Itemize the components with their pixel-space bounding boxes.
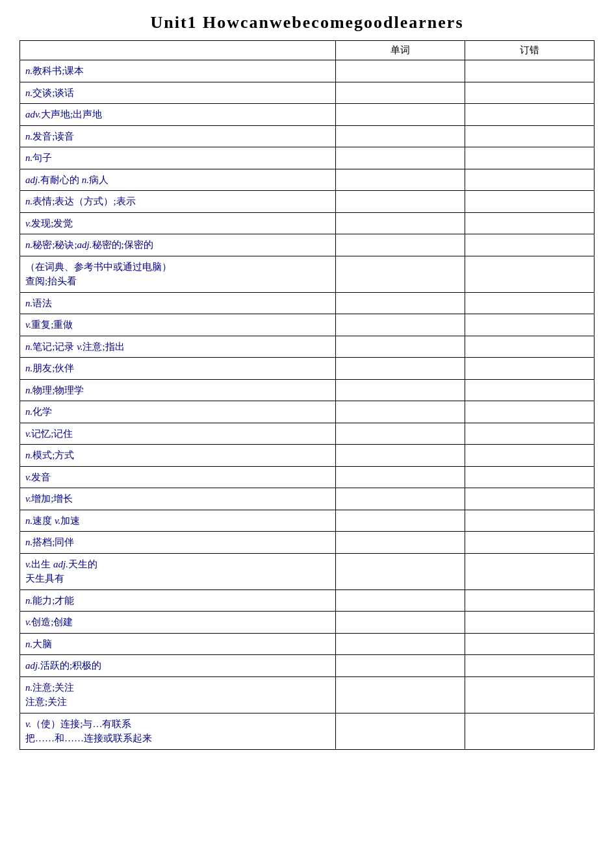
word-cell <box>336 553 465 589</box>
definition-cell: n.能力;才能 <box>20 589 336 612</box>
table-row: n.注意;关注注意;关注 <box>20 676 595 713</box>
error-cell <box>465 379 595 401</box>
definition-cell: v.出生 adj.天生的天生具有 <box>20 553 336 589</box>
definition-cell: （在词典、参考书中或通过电脑）查阅;抬头看 <box>20 256 336 292</box>
table-row: n.教科书;课本 <box>20 60 595 82</box>
error-cell <box>465 633 595 655</box>
word-cell <box>336 655 465 677</box>
table-row: n.交谈;谈话 <box>20 82 595 104</box>
definition-cell: v.记忆;记住 <box>20 423 336 445</box>
word-cell <box>336 488 465 510</box>
word-cell <box>336 532 465 554</box>
definition-cell: n.交谈;谈话 <box>20 82 336 104</box>
error-cell <box>465 713 595 749</box>
table-row: n.表情;表达（方式）;表示 <box>20 191 595 213</box>
table-row: n.语法 <box>20 292 595 314</box>
table-row: n.朋友;伙伴 <box>20 358 595 380</box>
error-cell <box>465 212 595 234</box>
error-cell <box>465 191 595 213</box>
definition-cell: n.语法 <box>20 292 336 314</box>
definition-cell: v.发音 <box>20 466 336 488</box>
error-cell <box>465 256 595 292</box>
word-cell <box>336 292 465 314</box>
word-cell <box>336 104 465 126</box>
error-cell <box>465 292 595 314</box>
definition-cell: n.朋友;伙伴 <box>20 358 336 380</box>
definition-cell: v.创造;创建 <box>20 612 336 634</box>
table-row: v.发现;发觉 <box>20 212 595 234</box>
word-cell <box>336 466 465 488</box>
definition-cell: n.秘密;秘诀;adj.秘密的;保密的 <box>20 234 336 256</box>
table-row: n.大脑 <box>20 633 595 655</box>
definition-cell: n.注意;关注注意;关注 <box>20 676 336 713</box>
definition-cell: adj.活跃的;积极的 <box>20 655 336 677</box>
definition-cell: v.增加;增长 <box>20 488 336 510</box>
word-cell <box>336 445 465 467</box>
table-row: v.增加;增长 <box>20 488 595 510</box>
error-cell <box>465 676 595 713</box>
col-error-header: 订错 <box>465 41 595 60</box>
col-definition-header <box>20 41 336 60</box>
word-cell <box>336 212 465 234</box>
error-cell <box>465 401 595 423</box>
word-cell <box>336 379 465 401</box>
table-row: n.秘密;秘诀;adj.秘密的;保密的 <box>20 234 595 256</box>
error-cell <box>465 169 595 191</box>
word-cell <box>336 612 465 634</box>
word-cell <box>336 314 465 336</box>
error-cell <box>465 423 595 445</box>
definition-cell: n.搭档;同伴 <box>20 532 336 554</box>
error-cell <box>465 336 595 358</box>
table-row: v.记忆;记住 <box>20 423 595 445</box>
error-cell <box>465 125 595 147</box>
error-cell <box>465 655 595 677</box>
definition-cell: n.笔记;记录 v.注意;指出 <box>20 336 336 358</box>
table-row: （在词典、参考书中或通过电脑）查阅;抬头看 <box>20 256 595 292</box>
error-cell <box>465 553 595 589</box>
page-title: Unit1 Howcanwebecomegoodlearners <box>19 13 595 32</box>
table-row: v.发音 <box>20 466 595 488</box>
vocabulary-table: 单词 订错 n.教科书;课本n.交谈;谈话adv.大声地;出声地n.发音;读音n… <box>19 40 595 750</box>
table-row: adv.大声地;出声地 <box>20 104 595 126</box>
word-cell <box>336 423 465 445</box>
table-row: adj.有耐心的 n.病人 <box>20 169 595 191</box>
definition-cell: adv.大声地;出声地 <box>20 104 336 126</box>
table-row: v.重复;重做 <box>20 314 595 336</box>
definition-cell: adj.有耐心的 n.病人 <box>20 169 336 191</box>
error-cell <box>465 314 595 336</box>
word-cell <box>336 676 465 713</box>
error-cell <box>465 234 595 256</box>
definition-cell: n.发音;读音 <box>20 125 336 147</box>
table-row: v.出生 adj.天生的天生具有 <box>20 553 595 589</box>
word-cell <box>336 125 465 147</box>
definition-cell: n.化学 <box>20 401 336 423</box>
word-cell <box>336 169 465 191</box>
table-row: n.能力;才能 <box>20 589 595 612</box>
error-cell <box>465 510 595 532</box>
table-row: n.笔记;记录 v.注意;指出 <box>20 336 595 358</box>
error-cell <box>465 466 595 488</box>
definition-cell: v.重复;重做 <box>20 314 336 336</box>
table-row: n.句子 <box>20 147 595 169</box>
word-cell <box>336 633 465 655</box>
error-cell <box>465 104 595 126</box>
word-cell <box>336 234 465 256</box>
word-cell <box>336 510 465 532</box>
word-cell <box>336 401 465 423</box>
definition-cell: v.发现;发觉 <box>20 212 336 234</box>
table-row: adj.活跃的;积极的 <box>20 655 595 677</box>
definition-cell: n.句子 <box>20 147 336 169</box>
word-cell <box>336 82 465 104</box>
error-cell <box>465 60 595 82</box>
error-cell <box>465 82 595 104</box>
word-cell <box>336 147 465 169</box>
word-cell <box>336 713 465 749</box>
word-cell <box>336 589 465 612</box>
definition-cell: n.模式;方式 <box>20 445 336 467</box>
word-cell <box>336 191 465 213</box>
definition-cell: v.（使）连接;与…有联系把……和……连接或联系起来 <box>20 713 336 749</box>
table-row: n.发音;读音 <box>20 125 595 147</box>
col-word-header: 单词 <box>336 41 465 60</box>
table-row: v.创造;创建 <box>20 612 595 634</box>
error-cell <box>465 612 595 634</box>
